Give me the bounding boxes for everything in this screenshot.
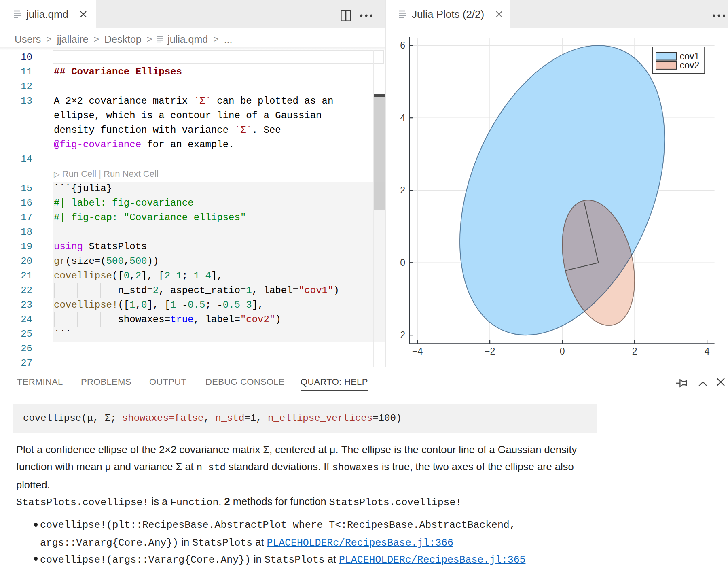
svg-text:−4: −4 <box>412 346 423 357</box>
svg-text:−2: −2 <box>485 346 495 357</box>
svg-text:4: 4 <box>400 113 405 123</box>
svg-text:4: 4 <box>705 346 710 357</box>
svg-text:6: 6 <box>400 40 405 51</box>
svg-text:2: 2 <box>632 346 637 357</box>
svg-text:2: 2 <box>400 185 405 195</box>
svg-text:0: 0 <box>560 346 565 357</box>
svg-text:cov2: cov2 <box>680 60 700 70</box>
svg-text:−2: −2 <box>395 330 405 340</box>
svg-text:0: 0 <box>400 257 405 268</box>
